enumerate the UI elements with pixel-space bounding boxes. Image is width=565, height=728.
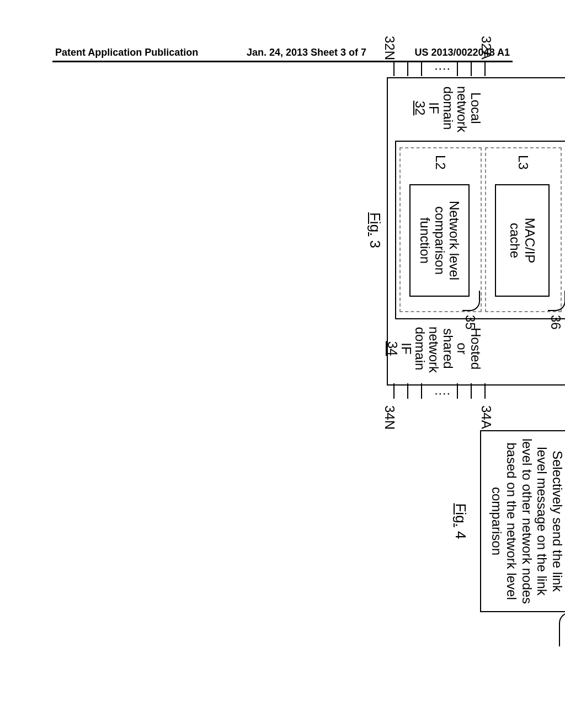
l2-layer-box: L2 Network level comparison function <box>399 147 482 312</box>
port-tick <box>421 383 422 399</box>
fig-word: Fig. <box>452 503 469 527</box>
port-tick <box>471 61 472 76</box>
port-tick <box>457 383 458 399</box>
figure-4: Receive a link level message on a link l… <box>364 430 565 662</box>
port-tick <box>407 383 408 399</box>
figure-canvas: 31 ···· 32A 32N ·· <box>66 77 497 673</box>
network-level-comparison-function: Network level comparison function <box>409 184 470 297</box>
if-line: Local <box>469 86 483 130</box>
fig-num: 4 <box>452 531 469 539</box>
step-s43-text: Selectively send the link level message … <box>489 438 565 604</box>
port-32a-label: 32A <box>478 36 494 60</box>
port-tick <box>407 61 408 76</box>
port-34n-label: 34N <box>382 405 397 430</box>
header-left: Patent Application Publication <box>55 47 198 58</box>
switch-control-unit: Switch control unit 33 L3 MAC/IP cache L… <box>395 141 565 319</box>
rotated-figures: 31 ···· 32A 32N ·· <box>364 77 565 673</box>
port-tick <box>393 383 395 399</box>
if-line: IF <box>427 86 441 130</box>
port-tick <box>421 61 422 76</box>
leader-36 <box>548 291 565 311</box>
vdots-icon: ···· <box>433 64 450 74</box>
page-header: Patent Application Publication Jan. 24, … <box>55 47 510 58</box>
figure-3-caption: Fig. 3 <box>366 77 383 383</box>
ref-34: 34 <box>386 326 399 371</box>
vdots-icon: ···· <box>433 389 450 399</box>
figure-4-caption: Fig. 4 <box>452 430 469 612</box>
mac-ip-cache: MAC/IP cache <box>495 184 550 297</box>
l3-layer-box: L3 MAC/IP cache <box>485 147 562 312</box>
leader-s43 <box>559 612 565 646</box>
port-tick <box>471 383 472 399</box>
port-34a-label: 34A <box>478 405 494 429</box>
port-tick <box>457 61 458 76</box>
if-line: network <box>427 326 441 371</box>
hosted-shared-network-domain-if: Hosted or shared network domain IF 34 <box>403 326 483 371</box>
if-line: IF <box>399 326 413 371</box>
fig-num: 3 <box>367 240 383 248</box>
ref-35: 35 <box>462 315 478 330</box>
local-network-domain-if: Local network domain IF 32 <box>403 86 483 130</box>
right-port-ticks: ···· <box>395 383 486 400</box>
port-tick <box>484 61 486 76</box>
step-s43: Selectively send the link level message … <box>480 430 565 612</box>
ref-32: 32 <box>413 86 427 130</box>
nlcf-text: Network level comparison function <box>418 201 461 280</box>
fig-word: Fig. <box>367 212 383 236</box>
l3-label: L3 <box>516 155 531 170</box>
if-line: network <box>455 86 469 130</box>
figure-3: 31 ···· 32A 32N ·· <box>364 77 565 386</box>
if-line: Hosted <box>469 326 483 371</box>
l2-label: L2 <box>433 155 449 170</box>
if-line: shared <box>441 326 455 371</box>
ref-36: 36 <box>548 315 563 330</box>
port-tick <box>484 383 486 399</box>
if-line: domain <box>413 326 427 371</box>
page: Patent Application Publication Jan. 24, … <box>0 0 565 728</box>
left-port-ticks: ···· <box>395 61 486 77</box>
header-center: Jan. 24, 2013 Sheet 3 of 7 <box>247 47 366 58</box>
mac-ip-cache-text: MAC/IP cache <box>508 218 537 264</box>
port-tick <box>393 61 395 76</box>
if-line: domain <box>441 86 455 130</box>
port-32n-label: 32N <box>382 36 397 60</box>
header-right: US 2013/0022048 A1 <box>415 47 510 58</box>
if-line: or <box>455 326 469 371</box>
